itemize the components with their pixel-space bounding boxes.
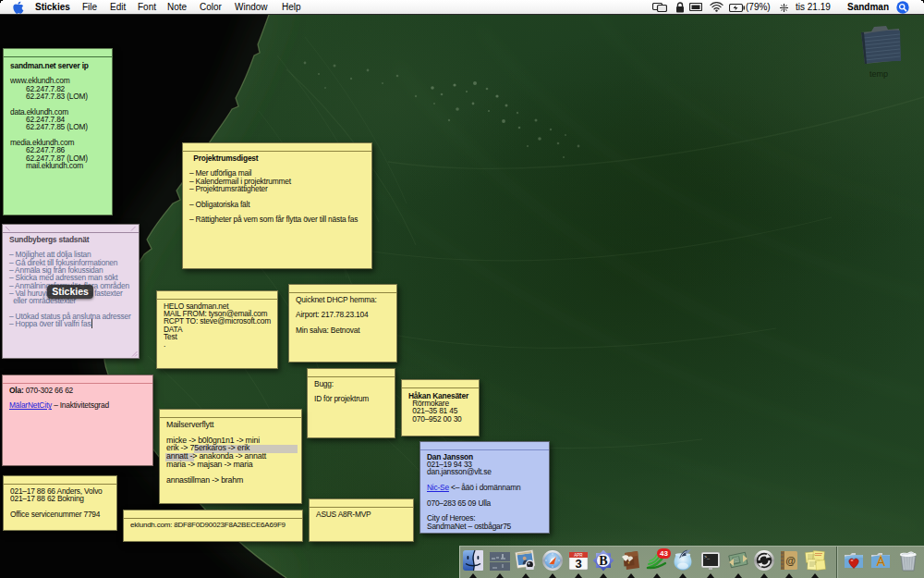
svg-text:B: B xyxy=(599,554,607,568)
svg-text:3: 3 xyxy=(575,557,581,571)
svg-text:>_: >_ xyxy=(704,555,711,560)
svg-text:temp: temp xyxy=(869,69,888,79)
svg-text:APR: APR xyxy=(574,553,583,558)
svg-text:@: @ xyxy=(785,555,796,566)
